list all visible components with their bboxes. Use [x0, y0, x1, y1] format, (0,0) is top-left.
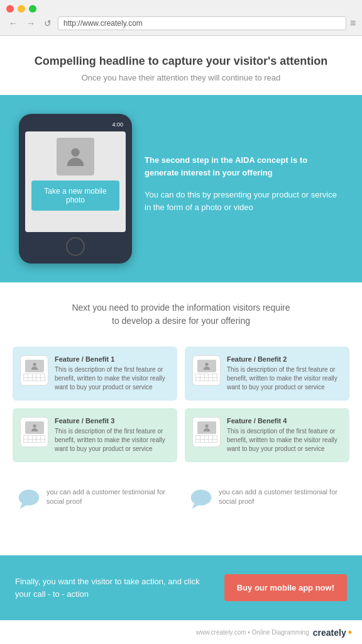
feature-phone-1 [20, 355, 48, 386]
creately-footer-text: www.creately.com • Online Diagramming [196, 629, 309, 636]
phone-status-bar: 4:00 [25, 120, 126, 129]
browser-nav: ← → ↺ http://www.creately.com ≡ [6, 16, 356, 30]
hero-section: Compelling headline to capture your visi… [0, 36, 362, 95]
feature-info-2: Feature / Benefit 2 This is description … [227, 355, 342, 392]
feature-card-2: Feature / Benefit 2 This is description … [185, 347, 349, 401]
testimonial-1: you can add a customer testimonial for s… [13, 481, 177, 516]
mini-avatar-3 [25, 421, 44, 434]
mini-keyboard-3 [23, 435, 45, 443]
speech-bubble-icon-1 [18, 487, 40, 510]
cta-footer-text: Finally, you want the visitor to take ac… [15, 575, 212, 600]
phone-home-button [66, 237, 85, 256]
avatar-icon [63, 144, 88, 169]
features-grid: Feature / Benefit 1 This is description … [0, 340, 362, 475]
creately-logo: creately • [313, 626, 352, 639]
creately-dot-yellow: • [348, 626, 352, 639]
mini-avatar-2 [197, 360, 216, 372]
mini-avatar-1 [25, 360, 44, 372]
svg-point-1 [33, 363, 36, 366]
phone-screen: Take a new mobile photo [25, 131, 126, 232]
creately-logo-text: creately [313, 628, 346, 638]
mini-keyboard-4 [195, 435, 217, 443]
feature-card-1: Feature / Benefit 1 This is description … [13, 347, 177, 401]
mini-keyboard-2 [195, 374, 217, 381]
traffic-lights [6, 5, 356, 13]
maximize-button[interactable] [29, 5, 36, 13]
feature-title-2: Feature / Benefit 2 [227, 355, 342, 363]
feature-info-3: Feature / Benefit 3 This is description … [55, 417, 170, 453]
hero-headline: Compelling headline to capture your visi… [25, 55, 337, 68]
aida-banner: 4:00 Take a new mobile photo The second … [0, 95, 362, 282]
feature-phone-4 [192, 417, 221, 447]
back-button[interactable]: ← [6, 17, 20, 30]
phone-cta-button[interactable]: Take a new mobile photo [31, 180, 119, 211]
svg-point-0 [71, 148, 79, 157]
svg-point-4 [205, 425, 208, 428]
feature-title-1: Feature / Benefit 1 [55, 355, 170, 363]
feature-info-4: Feature / Benefit 4 This is description … [227, 417, 342, 453]
feature-desc-4: This is description of the first feature… [227, 427, 342, 453]
address-bar[interactable]: http://www.creately.com [58, 16, 346, 30]
cta-footer: Finally, you want the visitor to take ac… [0, 555, 362, 620]
close-button[interactable] [6, 5, 14, 13]
desire-section: Next you need to provide the information… [0, 282, 362, 340]
aida-text: The second step in the AIDA concept is t… [132, 148, 349, 230]
menu-button[interactable]: ≡ [350, 18, 356, 29]
speech-bubble-icon-2 [190, 487, 212, 510]
feature-card-4: Feature / Benefit 4 This is description … [185, 408, 349, 462]
forward-button[interactable]: → [24, 17, 38, 30]
refresh-button[interactable]: ↺ [41, 17, 54, 30]
feature-card-3: Feature / Benefit 3 This is description … [13, 408, 177, 462]
testimonial-text-1: you can add a customer testimonial for s… [47, 487, 172, 507]
browser-chrome: ← → ↺ http://www.creately.com ≡ [0, 0, 362, 36]
testimonial-2: you can add a customer testimonial for s… [185, 481, 349, 516]
svg-point-7 [191, 490, 211, 506]
mini-avatar-4 [197, 421, 216, 434]
page-content: Compelling headline to capture your visi… [0, 36, 362, 644]
feature-phone-3 [20, 417, 48, 447]
hero-subheadline: Once you have their attention they will … [25, 73, 337, 82]
testimonial-text-2: you can add a customer testimonial for s… [219, 487, 344, 507]
feature-phone-2 [192, 355, 221, 386]
phone-mockup: 4:00 Take a new mobile photo [19, 114, 132, 264]
svg-point-2 [205, 363, 208, 366]
feature-desc-3: This is description of the first feature… [55, 427, 170, 453]
feature-desc-1: This is description of the first feature… [55, 365, 170, 392]
desire-text: Next you need to provide the information… [68, 301, 294, 328]
aida-text1: The second step in the AIDA concept is t… [145, 155, 307, 177]
phone-avatar [57, 138, 94, 175]
mini-keyboard-1 [23, 374, 45, 381]
feature-desc-2: This is description of the first feature… [227, 365, 342, 392]
testimonials-section: you can add a customer testimonial for s… [0, 475, 362, 529]
feature-title-4: Feature / Benefit 4 [227, 417, 342, 425]
svg-point-5 [19, 490, 39, 506]
svg-point-3 [33, 425, 36, 428]
feature-info-1: Feature / Benefit 1 This is description … [55, 355, 170, 392]
creately-footer: www.creately.com • Online Diagramming cr… [0, 620, 362, 644]
aida-text2: You can do this by presenting your produ… [145, 189, 337, 213]
minimize-button[interactable] [18, 5, 25, 13]
phone-time: 4:00 [112, 121, 123, 128]
cta-buy-button[interactable]: Buy our mobile app now! [224, 574, 347, 601]
feature-title-3: Feature / Benefit 3 [55, 417, 170, 425]
